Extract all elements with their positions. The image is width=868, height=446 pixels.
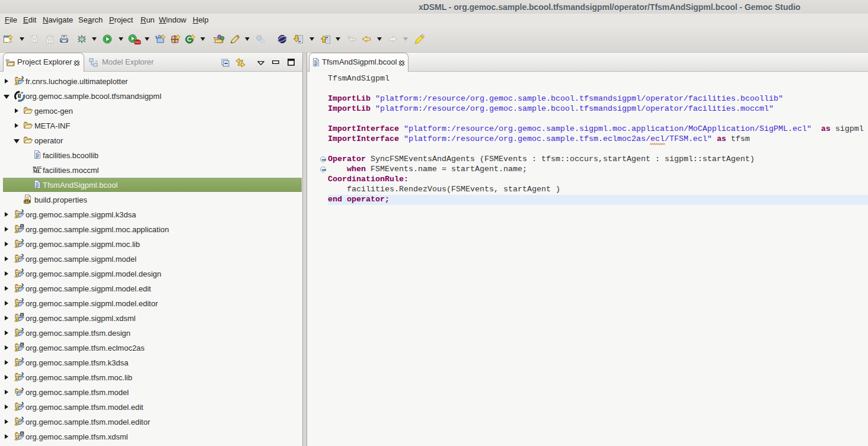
svg-text:010: 010 bbox=[24, 200, 31, 203]
svg-text:ML: ML bbox=[33, 168, 42, 174]
svg-text:E: E bbox=[21, 432, 24, 435]
svg-text:E: E bbox=[21, 343, 24, 346]
svg-text:E: E bbox=[21, 313, 24, 317]
svg-text:E: E bbox=[21, 224, 24, 228]
